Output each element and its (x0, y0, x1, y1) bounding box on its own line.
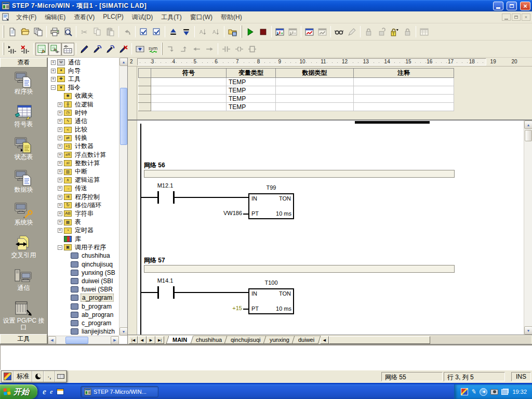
tree-item[interactable]: −▼指令 (49, 84, 118, 92)
row-selector[interactable] (139, 86, 151, 95)
tree-item[interactable]: +▥中断 (49, 167, 118, 176)
delete-network-button[interactable] (19, 43, 32, 56)
open-project-button[interactable] (19, 25, 32, 38)
options-button[interactable] (226, 25, 239, 38)
timer-box[interactable]: IN TON PT 10 ms (248, 193, 294, 219)
menu-window[interactable]: 窗口(W) (186, 11, 217, 23)
symbolic-addressing-button[interactable] (147, 43, 159, 56)
pen-tray-icon[interactable]: ✎ (471, 388, 477, 396)
viewbar-item-2[interactable]: 符号表 (0, 104, 47, 137)
tree-item[interactable]: +AB字符串 (49, 209, 118, 218)
tree-item[interactable]: yunxing (SB (49, 269, 118, 277)
run-button[interactable] (244, 25, 257, 38)
scroll-down-icon[interactable]: ▼ (119, 327, 128, 336)
scroll-up-icon[interactable]: ▲ (524, 121, 532, 129)
tree-item[interactable]: +◔定时器 (49, 227, 118, 235)
camera-tray-icon[interactable] (490, 389, 498, 395)
ladder-vscroll-thumb[interactable] (525, 130, 532, 141)
media-quicklaunch-icon[interactable] (57, 389, 64, 395)
tree-item[interactable]: +◷时钟 (49, 109, 118, 117)
draw-line-up-button[interactable] (91, 43, 104, 56)
row-selector[interactable] (139, 78, 151, 86)
ime-tray-icon[interactable] (461, 388, 468, 395)
symbol-cell[interactable] (151, 103, 227, 111)
tree-item[interactable]: b_program (49, 302, 118, 310)
scroll-right-icon[interactable]: ▶ (111, 336, 119, 344)
print-button[interactable] (48, 25, 61, 38)
tree-item[interactable]: −▣调用子程序 (49, 243, 118, 251)
expand-icon[interactable]: + (58, 220, 62, 224)
network-comment-box[interactable] (144, 265, 455, 273)
viewbar-item-6[interactable]: 交叉引用 (0, 235, 47, 268)
mdi-close-button[interactable]: × (522, 14, 530, 21)
menu-tools[interactable]: 工具(T) (157, 11, 185, 23)
tree-item[interactable]: +±I整数计算 (49, 159, 118, 167)
timer-box[interactable]: IN TON PT 10 ms (248, 288, 294, 314)
data-type-cell[interactable] (276, 78, 354, 86)
tree-vscroll-thumb[interactable] (120, 88, 127, 145)
tree-item[interactable]: chushihua (49, 251, 118, 260)
tree-item[interactable]: +✚工具 (49, 75, 118, 83)
tree-item[interactable]: +⇄转换 (49, 134, 118, 142)
expand-icon[interactable]: + (58, 127, 62, 132)
row-selector[interactable] (139, 95, 151, 103)
expand-icon[interactable]: + (58, 153, 62, 157)
tree-horizontal-scrollbar[interactable]: ◀ ▶ (48, 336, 119, 344)
symbol-cell[interactable] (151, 86, 227, 95)
viewbar-item-3[interactable]: 状态表 (0, 137, 47, 170)
ime-logo-icon[interactable] (2, 371, 14, 382)
tree-item[interactable]: +<比较 (49, 126, 118, 134)
symbol-cell[interactable] (151, 78, 227, 86)
tree-item[interactable]: qinchujisuq (49, 260, 118, 269)
upload-button[interactable] (167, 25, 180, 38)
viewbar-item-8[interactable]: 设置 PG/PC 接口 (0, 301, 47, 334)
expand-icon[interactable]: + (58, 102, 62, 107)
mdi-restore-button[interactable] (512, 14, 521, 21)
tree-item[interactable]: ✱收藏夹 (49, 92, 118, 100)
comment-cell[interactable] (354, 95, 454, 103)
timer-operand[interactable]: T99 (248, 184, 294, 191)
row-selector[interactable] (139, 103, 151, 111)
local-vars-toggle[interactable] (48, 43, 61, 56)
contact-symbol[interactable] (157, 286, 159, 299)
pou-tab-chushihua[interactable]: chushihua (190, 336, 229, 344)
start-button[interactable]: 开始 (0, 384, 37, 399)
tree-item[interactable]: duiwei (SBI (49, 277, 118, 285)
tree-item[interactable]: +↻移位/循环 (49, 201, 118, 209)
ime-fullwidth-icon[interactable] (32, 371, 44, 382)
tree-item[interactable]: ab_progran (49, 311, 118, 319)
var-type-cell[interactable]: TEMP (227, 78, 276, 86)
tree-item[interactable]: c_program (49, 319, 118, 327)
tree-item[interactable]: +✦向导 (49, 66, 118, 75)
network-tray-icon[interactable] (501, 389, 508, 395)
expand-icon[interactable]: + (58, 119, 62, 124)
chart-status-button[interactable] (303, 25, 316, 38)
viewbar-item-5[interactable]: 系统块 (0, 203, 47, 235)
expand-icon[interactable]: + (58, 186, 62, 191)
expand-icon[interactable]: + (51, 77, 56, 82)
prev-tab-button[interactable]: ◀ (138, 336, 147, 344)
expand-icon[interactable]: + (51, 69, 56, 73)
tree-item[interactable]: +╫位逻辑 (49, 100, 118, 109)
expand-icon[interactable]: + (58, 211, 62, 216)
taskbar-app-button[interactable]: STEP 7-Micro/WIN... (81, 386, 158, 397)
ladder-vertical-scrollbar[interactable]: ▲ ▼ (524, 121, 532, 335)
expand-icon[interactable]: + (58, 203, 62, 208)
viewbar-item-4[interactable]: 数据块 (0, 170, 47, 203)
pou-tab-duiwei[interactable]: duiwei (291, 336, 321, 344)
menu-view[interactable]: 查看(V) (70, 11, 99, 23)
scroll-up-icon[interactable]: ▲ (119, 58, 128, 66)
menu-plc[interactable]: PLC(P) (99, 11, 127, 23)
expand-icon[interactable]: + (58, 161, 62, 166)
data-type-cell[interactable] (276, 95, 354, 103)
ladder-editor[interactable]: 网络 56 M12.1 T99 IN TON PT 10 ms VW186 (128, 121, 532, 335)
expand-icon[interactable]: + (58, 169, 62, 174)
tree-item[interactable]: +⇉程序控制 (49, 193, 118, 201)
symbol-table-toggle[interactable] (61, 43, 74, 56)
menu-help[interactable]: 帮助(H) (217, 11, 246, 23)
viewbar-item-7[interactable]: 通信 (0, 268, 47, 301)
data-type-cell[interactable] (276, 103, 354, 111)
tree-item[interactable]: lianjiejishizh (49, 327, 118, 335)
tab-scroll-left-icon[interactable]: ◀ (320, 336, 329, 344)
comment-cell[interactable] (354, 103, 454, 111)
